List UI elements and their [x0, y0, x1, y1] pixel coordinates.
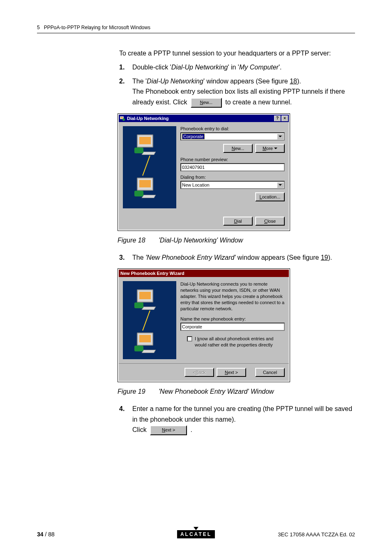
phonebook-combo[interactable]: Corporate: [180, 132, 285, 141]
dial-button[interactable]: Dial: [223, 217, 253, 226]
figure-19-caption: Figure 19 'New Phonebook Entry Wizard' W…: [118, 388, 355, 395]
wizard-titlebar: New Phonebook Entry Wizard: [119, 270, 289, 277]
new-button-inline[interactable]: New...: [191, 98, 222, 108]
document-id: 3EC 17058 AAAA TCZZA Ed. 02: [278, 531, 355, 538]
next-button-inline[interactable]: Next >: [150, 425, 187, 435]
step-number: 2.: [119, 76, 132, 87]
dialup-icon: [120, 115, 125, 121]
dun-illustration: [123, 126, 176, 208]
know-all-checkbox[interactable]: [187, 336, 192, 342]
next-button[interactable]: Next >: [217, 368, 246, 377]
phone-preview-field[interactable]: 032407901: [180, 163, 285, 171]
page-header: 5 PPPoA-to-PPTP Relaying for Microsoft W…: [37, 25, 355, 33]
phone-preview-label: Phone number preview:: [180, 157, 285, 162]
triangle-icon: [194, 527, 198, 530]
more-button[interactable]: More: [255, 144, 285, 153]
step-number: 1.: [119, 62, 132, 73]
close-button[interactable]: ×: [281, 115, 288, 121]
intro-text: To create a PPTP tunnel session to your …: [119, 50, 355, 57]
wizard-name: 'New Phonebook Entry Wizard': [145, 254, 235, 261]
chevron-down-icon: [274, 148, 277, 149]
help-button[interactable]: ?: [274, 115, 281, 121]
dialing-from-combo[interactable]: New Location: [180, 181, 285, 189]
know-all-checkbox-row[interactable]: I know all about phonebook entries and w…: [187, 336, 285, 348]
dun-titlebar: Dial-Up Networking ? ×: [119, 115, 289, 122]
dun-title-text: Dial-Up Networking: [127, 116, 168, 121]
cancel-button[interactable]: Cancel: [255, 368, 285, 377]
dropdown-icon[interactable]: [277, 134, 284, 139]
phonebook-value: Corporate: [182, 134, 205, 139]
step-number: 4.: [119, 404, 132, 414]
chapter-number: 5: [37, 25, 40, 30]
wizard-description: Dial-Up Networking connects you to remot…: [180, 281, 285, 312]
back-button: < Back: [184, 368, 214, 377]
page-total: 88: [48, 531, 55, 538]
page-footer: 34 / 88 ALCATEL 3EC 17058 AAAA TCZZA Ed.…: [37, 531, 355, 538]
my-computer-name: My Computer: [239, 64, 279, 71]
step-2: 2. The 'Dial-Up Networking' window appea…: [119, 76, 355, 108]
new-button[interactable]: New...: [223, 144, 253, 153]
svg-point-2: [122, 118, 125, 121]
dialing-from-label: Dialing from:: [180, 175, 285, 180]
page-number: 34: [37, 531, 44, 538]
step-4: 4. Enter a name for the tunnel you are c…: [119, 404, 355, 435]
figure-18-link[interactable]: 18: [290, 78, 297, 85]
wizard-illustration: [123, 281, 176, 359]
dropdown-icon[interactable]: [277, 182, 284, 188]
location-button[interactable]: Location...: [255, 192, 285, 201]
figure-18-window: Dial-Up Networking ? × Phonebook entry t…: [118, 113, 290, 231]
close-dialog-button[interactable]: Close: [255, 217, 285, 226]
entry-name-field[interactable]: Corporate: [180, 323, 285, 331]
figure-18-caption: Figure 18 'Dial-Up Networking' Window: [118, 237, 355, 244]
brand-logo: ALCATEL: [177, 530, 215, 538]
entry-name-label: Name the new phonebook entry:: [180, 316, 285, 321]
wizard-title-text: New Phonebook Entry Wizard: [120, 271, 184, 276]
dun-app-name: Dial-Up Networking: [171, 64, 228, 71]
chapter-title: PPPoA-to-PPTP Relaying for Microsoft Win…: [44, 25, 150, 30]
dun-window-name: Dial-Up Networking: [147, 78, 203, 85]
step-1: 1. Double-click 'Dial-Up Networking' in …: [119, 62, 355, 73]
phonebook-label: Phonebook entry to dial:: [180, 126, 285, 131]
dialing-from-value: New Location: [182, 182, 210, 187]
figure-19-link[interactable]: 19: [321, 254, 328, 261]
figure-19-window: New Phonebook Entry Wizard Dial-Up Netwo…: [118, 268, 290, 382]
step-number: 3.: [119, 252, 132, 263]
svg-rect-1: [121, 117, 123, 118]
know-all-label: I know all about phonebook entries and w…: [195, 336, 285, 348]
step-3: 3. The 'New Phonebook Entry Wizard' wind…: [119, 252, 355, 263]
